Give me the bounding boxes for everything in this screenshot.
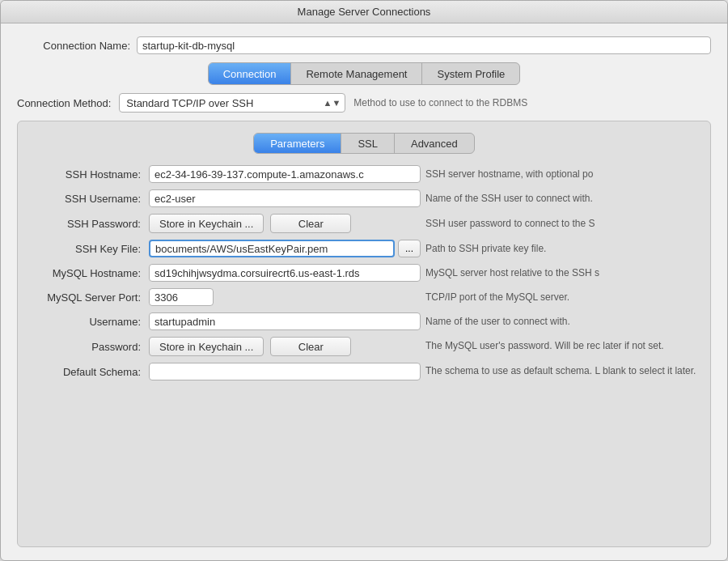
connection-name-input[interactable] <box>137 36 711 54</box>
default-schema-input[interactable] <box>149 363 421 380</box>
connection-method-row: Connection Method: Standard TCP/IP Local… <box>17 93 711 113</box>
connection-method-hint: Method to use to connect to the RDBMS <box>353 97 527 108</box>
mysql-hostname-label: MySQL Hostname: <box>31 267 144 279</box>
top-tabs-row: Connection Remote Management System Prof… <box>17 62 711 85</box>
ssh-username-input[interactable] <box>149 189 421 207</box>
sub-tab-group: Parameters SSL Advanced <box>253 133 475 154</box>
ssh-password-hint: SSH user password to connect to the S <box>425 218 697 229</box>
mysql-port-input[interactable] <box>149 288 214 306</box>
password-label: Password: <box>31 341 144 353</box>
ssh-username-label: SSH Username: <box>31 193 144 205</box>
ssh-clear-button[interactable]: Clear <box>270 214 351 233</box>
connection-name-label: Connection Name: <box>17 40 130 52</box>
ssh-key-file-hint: Path to SSH private key file. <box>425 243 697 254</box>
ssh-store-in-keychain-button[interactable]: Store in Keychain ... <box>149 214 264 233</box>
password-hint: The MySQL user's password. Will be rec l… <box>425 340 697 353</box>
ssh-key-file-input[interactable] <box>149 240 395 257</box>
sub-tab-ssl[interactable]: SSL <box>341 134 395 153</box>
inner-panel: Parameters SSL Advanced SSH Hostname: SS… <box>17 121 711 547</box>
ssh-key-file-browse-button[interactable]: ... <box>398 240 421 257</box>
manage-server-connections-window: Manage Server Connections Connection Nam… <box>0 0 728 561</box>
title-bar: Manage Server Connections <box>1 1 727 23</box>
ssh-hostname-hint: SSH server hostname, with optional po <box>425 168 697 180</box>
ssh-key-file-label: SSH Key File: <box>31 243 144 255</box>
connection-method-select-wrapper: Standard TCP/IP Local Socket/Pipe Standa… <box>119 93 345 113</box>
form-grid: SSH Hostname: SSH server hostname, with … <box>31 165 697 380</box>
password-btn-group: Store in Keychain ... Clear <box>149 337 421 356</box>
connection-method-select[interactable]: Standard TCP/IP Local Socket/Pipe Standa… <box>119 93 345 113</box>
sub-tabs-row: Parameters SSL Advanced <box>31 133 697 154</box>
username-hint: Name of the user to connect with. <box>425 316 697 327</box>
window-title: Manage Server Connections <box>298 6 431 18</box>
tab-system-profile[interactable]: System Profile <box>422 63 519 84</box>
window-content: Connection Name: Connection Remote Manag… <box>1 23 727 560</box>
mysql-port-label: MySQL Server Port: <box>31 291 144 304</box>
ssh-password-label: SSH Password: <box>31 218 144 230</box>
password-store-in-keychain-button[interactable]: Store in Keychain ... <box>149 337 264 356</box>
default-schema-label: Default Schema: <box>31 366 144 378</box>
username-input[interactable] <box>149 312 421 330</box>
ssh-key-file-row: ... <box>149 240 421 257</box>
tab-remote-management[interactable]: Remote Management <box>291 63 422 84</box>
ssh-password-btn-group: Store in Keychain ... Clear <box>149 214 421 233</box>
default-schema-hint: The schema to use as default schema. L b… <box>425 365 697 378</box>
ssh-hostname-label: SSH Hostname: <box>31 168 144 181</box>
connection-method-label: Connection Method: <box>17 97 111 109</box>
tab-connection[interactable]: Connection <box>209 63 292 84</box>
ssh-username-hint: Name of the SSH user to connect with. <box>425 193 697 204</box>
sub-tab-parameters[interactable]: Parameters <box>254 134 341 153</box>
mysql-hostname-input[interactable] <box>149 264 421 282</box>
top-tab-group: Connection Remote Management System Prof… <box>208 62 521 85</box>
ssh-hostname-input[interactable] <box>149 165 421 183</box>
password-clear-button[interactable]: Clear <box>270 337 351 356</box>
mysql-hostname-hint: MySQL server host relative to the SSH s <box>425 267 697 278</box>
connection-name-row: Connection Name: <box>17 36 711 54</box>
sub-tab-advanced[interactable]: Advanced <box>395 134 474 153</box>
mysql-port-hint: TCP/IP port of the MySQL server. <box>425 291 697 303</box>
username-label: Username: <box>31 316 144 328</box>
